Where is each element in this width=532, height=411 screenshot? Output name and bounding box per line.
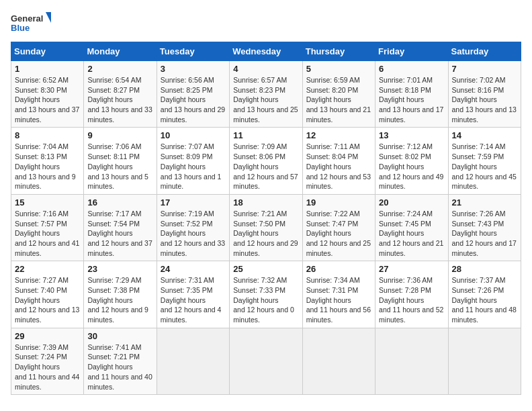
sunrise-label: Sunrise: 7:04 AM bbox=[15, 142, 69, 150]
daylight-label: Daylight hours bbox=[87, 296, 132, 304]
daylight-label: Daylight hours bbox=[15, 363, 60, 371]
daylight-label: Daylight hours bbox=[452, 229, 497, 237]
daylight-value: and 13 hours and 21 minutes. bbox=[306, 105, 371, 124]
day-number: 27 bbox=[379, 264, 444, 274]
daylight-value: and 13 hours and 9 minutes. bbox=[15, 173, 76, 191]
calendar-cell bbox=[375, 328, 448, 394]
sunrise-label: Sunrise: 6:54 AM bbox=[87, 76, 141, 84]
day-info: Sunrise: 7:14 AM Sunset: 7:59 PM Dayligh… bbox=[452, 142, 517, 191]
sunrise-label: Sunrise: 6:59 AM bbox=[306, 76, 360, 84]
svg-marker-2 bbox=[46, 12, 51, 23]
day-number: 1 bbox=[15, 64, 80, 74]
day-info: Sunrise: 7:22 AM Sunset: 7:47 PM Dayligh… bbox=[306, 209, 371, 258]
sunrise-label: Sunrise: 7:07 AM bbox=[161, 142, 214, 150]
day-number: 15 bbox=[15, 197, 80, 208]
day-number: 10 bbox=[161, 130, 226, 140]
sunset-label: Sunset: 8:02 PM bbox=[379, 152, 431, 161]
sunrise-label: Sunrise: 7:11 AM bbox=[306, 142, 360, 150]
daylight-label: Daylight hours bbox=[379, 296, 424, 304]
sunrise-label: Sunrise: 7:24 AM bbox=[379, 210, 433, 218]
sunrise-label: Sunrise: 7:16 AM bbox=[15, 210, 69, 218]
daylight-label: Daylight hours bbox=[452, 296, 497, 304]
daylight-value: and 12 hours and 53 minutes. bbox=[306, 173, 371, 191]
day-info: Sunrise: 7:06 AM Sunset: 8:11 PM Dayligh… bbox=[87, 142, 152, 191]
calendar-cell: 9 Sunrise: 7:06 AM Sunset: 8:11 PM Dayli… bbox=[84, 128, 157, 194]
daylight-label: Daylight hours bbox=[379, 229, 424, 237]
sunset-label: Sunset: 8:06 PM bbox=[233, 152, 285, 161]
day-number: 25 bbox=[233, 264, 298, 274]
sunrise-label: Sunrise: 7:36 AM bbox=[379, 276, 433, 284]
day-info: Sunrise: 7:31 AM Sunset: 7:35 PM Dayligh… bbox=[161, 275, 226, 324]
svg-text:General: General bbox=[11, 13, 43, 24]
day-number: 2 bbox=[87, 64, 152, 74]
calendar-cell: 29 Sunrise: 7:39 AM Sunset: 7:24 PM Dayl… bbox=[11, 328, 84, 394]
day-number: 9 bbox=[87, 130, 152, 140]
daylight-value: and 11 hours and 48 minutes. bbox=[452, 306, 517, 324]
calendar-header: SundayMondayTuesdayWednesdayThursdayFrid… bbox=[11, 42, 521, 61]
day-info: Sunrise: 7:24 AM Sunset: 7:45 PM Dayligh… bbox=[379, 209, 444, 258]
daylight-value: and 12 hours and 41 minutes. bbox=[15, 239, 79, 257]
daylight-value: and 13 hours and 37 minutes. bbox=[15, 105, 79, 124]
calendar-cell: 3 Sunrise: 6:56 AM Sunset: 8:25 PM Dayli… bbox=[157, 61, 229, 128]
sunrise-label: Sunrise: 7:22 AM bbox=[306, 210, 360, 218]
day-number: 18 bbox=[233, 197, 298, 208]
sunset-label: Sunset: 7:26 PM bbox=[452, 286, 504, 294]
daylight-label: Daylight hours bbox=[233, 296, 278, 304]
calendar-cell: 7 Sunrise: 7:02 AM Sunset: 8:16 PM Dayli… bbox=[448, 61, 521, 128]
daylight-value: and 13 hours and 33 minutes. bbox=[87, 105, 152, 124]
sunset-label: Sunset: 7:28 PM bbox=[379, 286, 431, 294]
calendar-cell: 8 Sunrise: 7:04 AM Sunset: 8:13 PM Dayli… bbox=[11, 128, 84, 194]
weekday-header-monday: Monday bbox=[84, 42, 157, 61]
sunrise-label: Sunrise: 7:06 AM bbox=[87, 142, 141, 150]
day-info: Sunrise: 7:41 AM Sunset: 7:21 PM Dayligh… bbox=[87, 342, 152, 392]
daylight-label: Daylight hours bbox=[15, 95, 60, 103]
daylight-label: Daylight hours bbox=[233, 95, 278, 103]
logo-svg: General Blue bbox=[11, 11, 51, 36]
calendar-cell bbox=[448, 328, 521, 394]
sunrise-label: Sunrise: 7:27 AM bbox=[15, 276, 69, 284]
day-info: Sunrise: 6:59 AM Sunset: 8:20 PM Dayligh… bbox=[306, 75, 371, 124]
daylight-label: Daylight hours bbox=[87, 95, 132, 103]
sunset-label: Sunset: 8:27 PM bbox=[87, 86, 140, 94]
sunset-label: Sunset: 7:52 PM bbox=[161, 220, 213, 228]
calendar-cell: 18 Sunrise: 7:21 AM Sunset: 7:50 PM Dayl… bbox=[230, 194, 302, 261]
daylight-value: and 13 hours and 29 minutes. bbox=[161, 105, 225, 124]
calendar-cell: 19 Sunrise: 7:22 AM Sunset: 7:47 PM Dayl… bbox=[302, 194, 375, 261]
daylight-value: and 11 hours and 56 minutes. bbox=[306, 306, 371, 324]
weekday-header-thursday: Thursday bbox=[302, 42, 375, 61]
daylight-value: and 11 hours and 44 minutes. bbox=[15, 373, 79, 391]
calendar-cell: 23 Sunrise: 7:29 AM Sunset: 7:38 PM Dayl… bbox=[84, 261, 157, 328]
weekday-header-saturday: Saturday bbox=[448, 42, 521, 61]
daylight-value: and 13 hours and 17 minutes. bbox=[379, 105, 443, 124]
daylight-label: Daylight hours bbox=[452, 163, 497, 171]
calendar-cell bbox=[302, 328, 375, 394]
day-info: Sunrise: 7:09 AM Sunset: 8:06 PM Dayligh… bbox=[233, 142, 298, 191]
daylight-label: Daylight hours bbox=[87, 229, 132, 237]
daylight-label: Daylight hours bbox=[233, 229, 278, 237]
sunset-label: Sunset: 8:20 PM bbox=[306, 86, 359, 94]
calendar-cell: 2 Sunrise: 6:54 AM Sunset: 8:27 PM Dayli… bbox=[84, 61, 157, 128]
day-number: 12 bbox=[306, 130, 371, 140]
calendar-cell: 14 Sunrise: 7:14 AM Sunset: 7:59 PM Dayl… bbox=[448, 128, 521, 194]
day-number: 5 bbox=[306, 64, 371, 74]
calendar-cell: 22 Sunrise: 7:27 AM Sunset: 7:40 PM Dayl… bbox=[11, 261, 84, 328]
sunrise-label: Sunrise: 7:31 AM bbox=[161, 276, 214, 284]
sunrise-label: Sunrise: 6:52 AM bbox=[15, 76, 69, 84]
calendar-cell: 12 Sunrise: 7:11 AM Sunset: 8:04 PM Dayl… bbox=[302, 128, 375, 194]
daylight-value: and 12 hours and 9 minutes. bbox=[87, 306, 148, 324]
sunset-label: Sunset: 7:24 PM bbox=[15, 353, 67, 361]
day-info: Sunrise: 7:12 AM Sunset: 8:02 PM Dayligh… bbox=[379, 142, 444, 191]
sunset-label: Sunset: 8:16 PM bbox=[452, 86, 504, 94]
sunrise-label: Sunrise: 7:41 AM bbox=[87, 343, 141, 351]
calendar-cell: 15 Sunrise: 7:16 AM Sunset: 7:57 PM Dayl… bbox=[11, 194, 84, 261]
daylight-value: and 13 hours and 25 minutes. bbox=[233, 105, 298, 124]
day-info: Sunrise: 7:17 AM Sunset: 7:54 PM Dayligh… bbox=[87, 209, 152, 258]
weekday-header-wednesday: Wednesday bbox=[230, 42, 302, 61]
calendar-cell: 24 Sunrise: 7:31 AM Sunset: 7:35 PM Dayl… bbox=[157, 261, 229, 328]
calendar-cell bbox=[157, 328, 229, 394]
sunset-label: Sunset: 7:38 PM bbox=[87, 286, 140, 294]
calendar-cell: 16 Sunrise: 7:17 AM Sunset: 7:54 PM Dayl… bbox=[84, 194, 157, 261]
day-number: 28 bbox=[452, 264, 517, 274]
day-number: 4 bbox=[233, 64, 298, 74]
daylight-value: and 12 hours and 17 minutes. bbox=[452, 239, 517, 257]
